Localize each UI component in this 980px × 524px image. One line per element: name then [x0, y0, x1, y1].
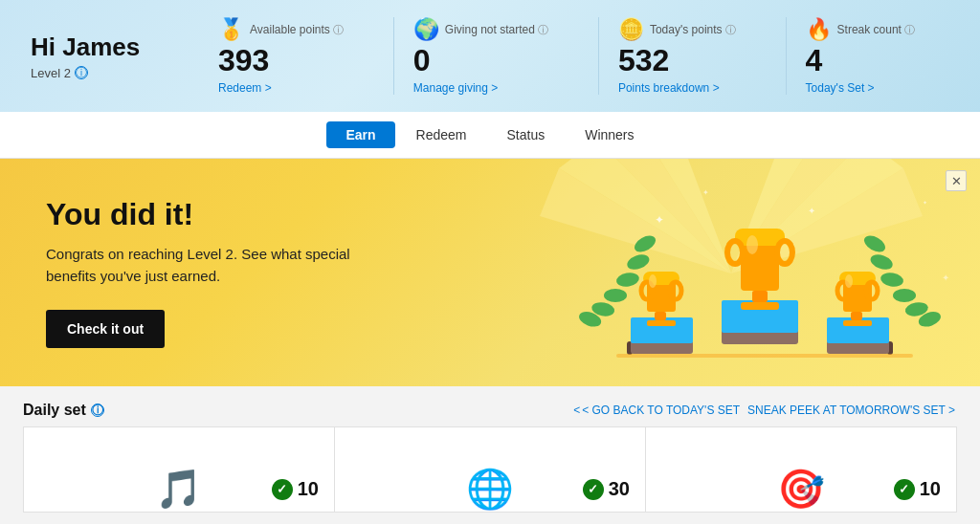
svg-point-17	[615, 272, 640, 289]
card-2-check-icon: ✓	[894, 479, 915, 500]
svg-text:✦: ✦	[655, 213, 664, 227]
stats-row: 🥇 Available points ⓘ 393 Redeem > 🌍 Givi…	[184, 17, 949, 95]
level-label: Level 2	[31, 66, 71, 80]
daily-card-2[interactable]: 🎯 ✓ 10	[646, 426, 957, 513]
svg-point-16	[625, 252, 651, 273]
card-0-points-value: 10	[298, 478, 319, 500]
todays-set-link[interactable]: Today's Set >	[806, 81, 875, 95]
svg-point-46	[649, 274, 657, 288]
user-greeting-block: Hi James Level 2 ⓘ	[31, 33, 184, 80]
svg-point-33	[727, 241, 743, 264]
stat-available-points: 🥇 Available points ⓘ 393 Redeem >	[199, 17, 363, 95]
manage-giving-link[interactable]: Manage giving >	[413, 81, 498, 95]
tab-status[interactable]: Status	[487, 121, 564, 148]
stat-today-points: 🪙 Today's points ⓘ 532 Points breakdown …	[598, 17, 755, 95]
streak-info-icon[interactable]: ⓘ	[904, 23, 915, 37]
banner-illustration: ✦ ✦ ✦ ✦ ✦ ✦ ✦	[482, 159, 980, 386]
svg-point-15	[632, 232, 658, 255]
chevron-left-icon: <	[573, 404, 580, 417]
medal-icon: 🥇	[218, 17, 244, 42]
tab-redeem[interactable]: Redeem	[397, 121, 486, 148]
tab-winners[interactable]: Winners	[566, 121, 653, 148]
giving-value: 0	[413, 44, 431, 77]
svg-point-34	[777, 241, 792, 264]
card-2-image: 🎯	[777, 467, 825, 512]
stat-giving: 🌍 Giving not started ⓘ 0 Manage giving >	[393, 17, 568, 95]
daily-set-title: Daily set ⓘ	[23, 402, 104, 419]
svg-text:✦: ✦	[702, 188, 709, 197]
points-breakdown-link[interactable]: Points breakdown >	[618, 81, 720, 95]
go-back-today-link[interactable]: < < GO BACK TO TODAY'S SET	[573, 404, 740, 417]
daily-set-info-icon[interactable]: ⓘ	[91, 404, 104, 417]
svg-rect-54	[843, 320, 872, 326]
trophy-svg: ✦ ✦ ✦ ✦ ✦ ✦ ✦	[540, 166, 980, 386]
globe-icon: 🌍	[413, 17, 439, 42]
banner-headline: You did it!	[46, 197, 356, 232]
today-points-label: Today's points ⓘ	[650, 23, 736, 37]
svg-point-25	[893, 289, 916, 302]
card-0-image: 🎵	[155, 467, 203, 512]
svg-rect-44	[655, 312, 666, 320]
daily-card-1[interactable]: 🌐 ✓ 30	[335, 426, 646, 513]
banner-close-button[interactable]: ✕	[946, 170, 967, 191]
svg-rect-45	[647, 320, 676, 326]
card-1-points-value: 30	[609, 478, 630, 500]
giving-info-icon[interactable]: ⓘ	[538, 23, 548, 37]
level-badge: Level 2 ⓘ	[31, 66, 184, 80]
svg-rect-31	[741, 238, 779, 291]
header-section: Hi James Level 2 ⓘ 🥇 Available points ⓘ …	[0, 0, 980, 112]
banner-body: Congrats on reaching Level 2. See what s…	[46, 244, 356, 287]
card-2-points: ✓ 10	[894, 478, 941, 500]
streak-label: Streak count ⓘ	[837, 23, 915, 37]
daily-cards-row: 🎵 ✓ 10 🌐 ✓ 30 🎯 ✓ 10	[23, 426, 957, 513]
daily-set-section: Daily set ⓘ < < GO BACK TO TODAY'S SET S…	[0, 386, 980, 513]
svg-rect-56	[616, 354, 913, 358]
daily-card-0[interactable]: 🎵 ✓ 10	[23, 426, 335, 513]
stat-streak: 🔥 Streak count ⓘ 4 Today's Set >	[786, 17, 934, 95]
svg-rect-53	[851, 312, 862, 320]
svg-rect-36	[741, 302, 779, 310]
card-1-points: ✓ 30	[583, 478, 630, 500]
coins-icon: 🪙	[618, 17, 644, 42]
streak-value: 4	[806, 44, 823, 77]
svg-point-18	[604, 289, 627, 302]
card-1-check-icon: ✓	[583, 479, 604, 500]
card-1-image: 🌐	[466, 467, 514, 512]
today-points-value: 532	[618, 44, 669, 77]
available-points-info-icon[interactable]: ⓘ	[333, 23, 344, 37]
banner-text-area: You did it! Congrats on reaching Level 2…	[0, 159, 402, 386]
svg-point-37	[746, 235, 758, 254]
available-points-label: Available points ⓘ	[250, 23, 344, 37]
card-2-points-value: 10	[920, 478, 941, 500]
daily-set-header: Daily set ⓘ < < GO BACK TO TODAY'S SET S…	[23, 402, 957, 419]
svg-point-24	[880, 272, 904, 289]
daily-set-navigation: < < GO BACK TO TODAY'S SET SNEAK PEEK AT…	[573, 404, 957, 417]
card-0-check-icon: ✓	[272, 479, 293, 500]
giving-label: Giving not started ⓘ	[445, 23, 548, 37]
svg-text:✦: ✦	[923, 200, 927, 206]
svg-point-55	[845, 274, 853, 288]
promo-banner: You did it! Congrats on reaching Level 2…	[0, 159, 980, 386]
sneak-peek-link[interactable]: SNEAK PEEK AT TOMORROW'S SET >	[747, 404, 957, 417]
today-points-info-icon[interactable]: ⓘ	[725, 23, 736, 37]
svg-text:✦: ✦	[942, 273, 949, 283]
check-it-out-button[interactable]: Check it out	[46, 310, 165, 348]
available-points-value: 393	[218, 44, 269, 77]
greeting-text: Hi James	[31, 33, 184, 62]
flame-icon: 🔥	[806, 17, 832, 42]
nav-tabs-bar: Earn Redeem Status Winners	[0, 112, 980, 159]
svg-text:✦: ✦	[808, 206, 815, 216]
svg-point-23	[868, 252, 894, 273]
level-info-icon[interactable]: ⓘ	[75, 66, 88, 79]
svg-rect-35	[752, 291, 768, 302]
tab-earn[interactable]: Earn	[326, 121, 394, 148]
redeem-link[interactable]: Redeem >	[218, 81, 272, 95]
card-0-points: ✓ 10	[272, 478, 319, 500]
